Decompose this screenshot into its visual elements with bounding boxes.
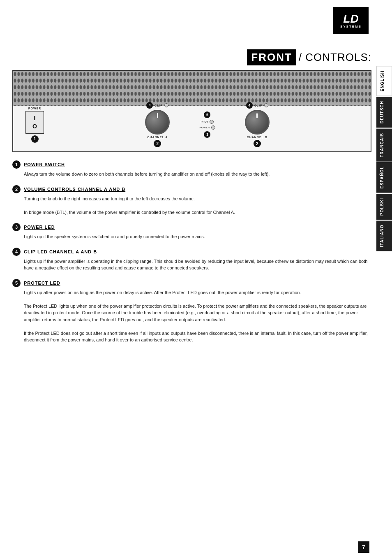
section-title-1: POWER SWITCH — [24, 162, 65, 167]
power-label: POWER — [28, 107, 41, 110]
lang-tab-français[interactable]: FRANÇAIS — [376, 129, 392, 162]
device-diagram: for(let row=0; row<5; row++) { for(let i… — [12, 70, 371, 152]
power-led — [211, 125, 215, 130]
channel-a-area: 4 CLIP CHANNEL A 2 — [124, 102, 191, 147]
section-header-4: 4CLIP LED CHANNEL A AND B — [12, 248, 369, 256]
section-header-5: 5PROTECT LED — [12, 279, 369, 287]
section-badge-5: 5 — [12, 279, 21, 287]
title-bar: FRONT / CONTROLS: — [247, 49, 371, 65]
channel-b-label: CHANNEL B — [247, 136, 267, 139]
section-3: 3POWER LEDLights up if the speaker syste… — [12, 223, 369, 240]
title-front: FRONT — [247, 49, 296, 65]
logo-ld: LD — [340, 13, 362, 25]
section-badge-3: 3 — [12, 223, 21, 231]
controls-row: POWER I O 1 4 CLIP CHANNEL A 2 — [13, 102, 371, 147]
channel-a-knob[interactable] — [145, 110, 170, 135]
logo-area: LD SYSTEMS — [332, 6, 369, 35]
vent-grille: for(let row=0; row<5; row++) { for(let i… — [13, 71, 371, 106]
section-header-2: 2VOLUME CONTROLS CHANNEL A AND B — [12, 185, 369, 193]
lang-tab-polski[interactable]: POLSKI — [376, 194, 392, 220]
lang-tab-italiano[interactable]: ITALIANO — [376, 220, 392, 251]
badge-4b: 4 — [246, 102, 253, 109]
badge-4a: 4 — [146, 102, 153, 109]
lang-tab-español[interactable]: ESPAÑOL — [376, 162, 392, 193]
power-led-label: POWER — [199, 126, 210, 129]
section-title-4: CLIP LED CHANNEL A AND B — [24, 249, 97, 254]
badge-3: 3 — [204, 131, 210, 138]
section-1: 1POWER SWITCHAlways turn the volume down… — [12, 160, 369, 178]
channel-b-knob[interactable] — [245, 110, 270, 135]
svg-rect-3 — [13, 71, 371, 106]
section-title-2: VOLUME CONTROLS CHANNEL A AND B — [24, 187, 125, 192]
section-2: 2VOLUME CONTROLS CHANNEL A AND BTurning … — [12, 185, 369, 216]
prot-led — [210, 120, 214, 124]
section-body-2: Turning the knob to the right increases … — [24, 195, 369, 216]
section-title-3: POWER LED — [24, 225, 55, 230]
prot-label: PROT — [201, 121, 209, 123]
badge-5: 5 — [204, 111, 210, 118]
clip-a-led — [164, 103, 168, 107]
clip-a-label: CLIP — [154, 104, 163, 107]
section-badge-2: 2 — [12, 185, 21, 193]
badge-2b: 2 — [254, 140, 261, 147]
section-title-5: PROTECT LED — [24, 281, 60, 285]
section-header-3: 3POWER LED — [12, 223, 369, 231]
center-section: 5 PROT POWER 3 — [199, 111, 215, 138]
section-badge-4: 4 — [12, 248, 21, 256]
power-switch-box[interactable]: I O — [25, 111, 44, 134]
channel-b-area: 4 CLIP CHANNEL B 2 — [224, 102, 291, 147]
lang-tab-deutsch[interactable]: DEUTSCH — [376, 97, 392, 128]
title-controls: / CONTROLS: — [299, 51, 371, 64]
section-body-4: Lights up if the power amplifier is oper… — [24, 258, 369, 272]
section-body-3: Lights up if the speaker system is switc… — [24, 233, 369, 240]
prot-row: PROT — [201, 120, 214, 124]
section-body-5: Lights up after power-on as long as the … — [24, 289, 369, 343]
channel-a-label: CHANNEL A — [147, 136, 168, 139]
power-led-row: POWER — [199, 125, 215, 130]
clip-b-label: CLIP — [254, 104, 263, 107]
badge-2a: 2 — [154, 140, 161, 147]
section-body-1: Always turn the volume down to zero on b… — [24, 171, 369, 178]
lang-tab-english[interactable]: ENGLISH — [376, 66, 392, 96]
badge-1: 1 — [31, 135, 39, 143]
section-5: 5PROTECT LEDLights up after power-on as … — [12, 279, 369, 343]
power-off-symbol: O — [32, 123, 37, 129]
page-number: 7 — [358, 541, 369, 553]
section-4: 4CLIP LED CHANNEL A AND BLights up if th… — [12, 248, 369, 272]
section-badge-1: 1 — [12, 160, 21, 169]
language-tabs: ENGLISHDEUTSCHFRANÇAISESPAÑOLPOLSKIITALI… — [376, 66, 392, 251]
power-switch-area: POWER I O 1 — [25, 107, 44, 143]
clip-b-led — [264, 103, 268, 107]
power-on-symbol: I — [34, 115, 36, 121]
main-content: 1POWER SWITCHAlways turn the volume down… — [12, 160, 369, 351]
logo-systems: SYSTEMS — [340, 25, 362, 28]
section-header-1: 1POWER SWITCH — [12, 160, 369, 169]
